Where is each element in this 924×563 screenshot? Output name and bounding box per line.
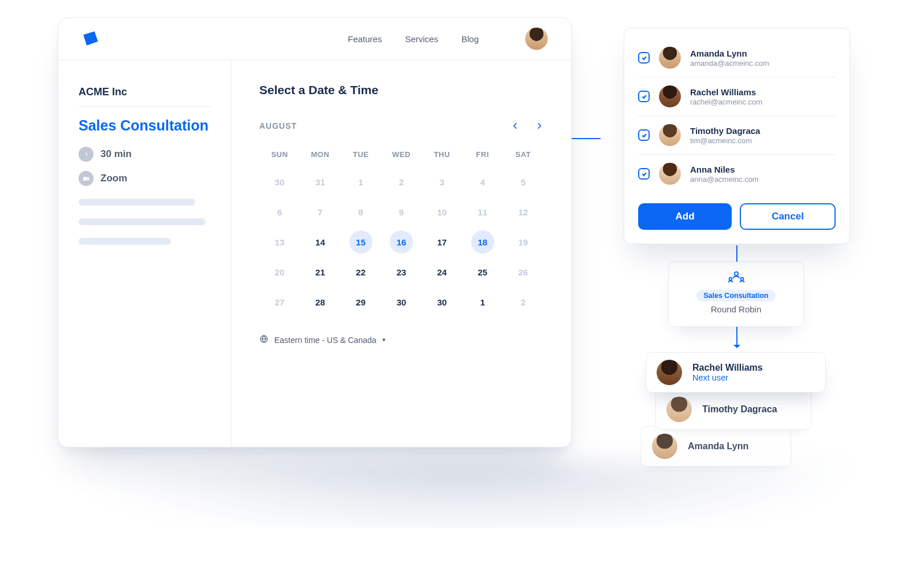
avatar: [666, 397, 692, 422]
location-value: Zoom: [100, 173, 127, 184]
timezone-selector[interactable]: Eastern time - US & Canada▾: [259, 334, 543, 345]
calendar-grid: SUNMONTUEWEDTHUFRISAT 303112345678910111…: [259, 144, 543, 317]
checkbox[interactable]: [638, 52, 650, 64]
skeleton-line: [79, 218, 206, 225]
participant-email: amanda@acmeinc.com: [690, 59, 769, 68]
calendar-day: 31: [300, 167, 340, 197]
avatar: [652, 434, 677, 459]
avatar: [659, 124, 681, 146]
nav-link-features[interactable]: Features: [348, 34, 382, 44]
calendar-day: 9: [381, 197, 422, 227]
cancel-button[interactable]: Cancel: [740, 203, 836, 230]
weekday-label: THU: [422, 144, 462, 167]
calendar-day[interactable]: 22: [341, 257, 381, 287]
timezone-label: Eastern time - US & Canada: [274, 335, 377, 345]
calendar-day[interactable]: 25: [462, 257, 502, 287]
event-title: Sales Consultation: [79, 117, 211, 134]
participant-email: anna@acmeinc.com: [690, 175, 759, 184]
round-robin-icon: [728, 270, 745, 286]
weekday-label: SUN: [259, 144, 300, 167]
svg-point-3: [734, 272, 737, 275]
nav-link-blog[interactable]: Blog: [461, 34, 479, 44]
participant-row: Rachel Williamsrachel@acmeinc.com: [638, 77, 836, 116]
connector-line: [736, 327, 737, 346]
queue-sub: Next user: [692, 373, 763, 382]
avatar: [659, 47, 681, 69]
calendar-day[interactable]: 21: [300, 257, 340, 287]
duration-row: 30 min: [79, 147, 211, 162]
chevron-down-icon: ▾: [382, 336, 386, 344]
calendar-panel: Select a Date & Time AUGUST SUNMONTUEWED…: [232, 60, 571, 447]
svg-point-4: [729, 278, 732, 281]
queue-name: Timothy Dagraca: [702, 404, 777, 415]
queue-card: Amanda Lynn: [641, 426, 791, 467]
participant-name: Rachel Williams: [690, 87, 762, 97]
calendar-day: 19: [503, 227, 543, 257]
next-month-button[interactable]: [535, 120, 543, 132]
calendar-day[interactable]: 15: [341, 227, 381, 257]
calendar-day[interactable]: 28: [300, 287, 340, 317]
calendar-day: 12: [503, 197, 543, 227]
calendar-day: 4: [462, 167, 502, 197]
prev-month-button[interactable]: [511, 120, 519, 132]
participant-name: Timothy Dagraca: [690, 126, 760, 136]
calendar-day: 2: [381, 167, 422, 197]
round-robin-card: Sales Consultation Round Robin: [668, 262, 804, 327]
calendar-day: 6: [259, 197, 300, 227]
weekday-label: WED: [381, 144, 422, 167]
queue-card: Timothy Dagraca: [655, 389, 811, 430]
checkbox[interactable]: [638, 91, 650, 102]
checkbox[interactable]: [638, 168, 650, 180]
calendar-day: 3: [422, 167, 462, 197]
card-header: Features Services Blog: [58, 18, 571, 60]
user-avatar[interactable]: [525, 27, 548, 50]
weekday-label: MON: [300, 144, 340, 167]
calendar-day: 20: [259, 257, 300, 287]
arrow-down-icon: [733, 345, 740, 352]
panel-heading: Select a Date & Time: [259, 83, 543, 97]
skeleton-line: [79, 238, 171, 245]
weekday-label: TUE: [341, 144, 381, 167]
clock-icon: [79, 147, 94, 162]
org-name: ACME Inc: [79, 86, 211, 107]
distribution-label: Round Robin: [711, 304, 762, 314]
calendar-day[interactable]: 18: [462, 227, 502, 257]
calendar-day[interactable]: 24: [422, 257, 462, 287]
calendar-day: 13: [259, 227, 300, 257]
calendar-day: 30: [259, 167, 300, 197]
calendar-day[interactable]: 23: [381, 257, 422, 287]
svg-point-5: [740, 278, 743, 281]
add-button[interactable]: Add: [638, 203, 732, 230]
participant-email: rachel@acmeinc.com: [690, 98, 762, 106]
svg-rect-1: [83, 177, 87, 180]
calendar-day[interactable]: 1: [462, 287, 502, 317]
calendar-day[interactable]: 16: [381, 227, 422, 257]
calendar-day[interactable]: 29: [341, 287, 381, 317]
top-nav: Features Services Blog: [348, 27, 548, 50]
calendar-day[interactable]: 14: [300, 227, 340, 257]
avatar: [657, 360, 682, 385]
calendar-day[interactable]: 30: [422, 287, 462, 317]
participants-panel: Amanda Lynnamanda@acmeinc.comRachel Will…: [624, 28, 850, 244]
checkbox[interactable]: [638, 129, 650, 141]
participant-name: Amanda Lynn: [690, 49, 769, 58]
participant-row: Amanda Lynnamanda@acmeinc.com: [638, 39, 836, 77]
nav-link-services[interactable]: Services: [405, 34, 438, 44]
avatar: [659, 85, 681, 107]
calendar-day[interactable]: 17: [422, 227, 462, 257]
calendar-day: 5: [503, 167, 543, 197]
calendar-day: 11: [462, 197, 502, 227]
participant-name: Anna Niles: [690, 165, 759, 174]
participant-info: Timothy Dagracatim@acmeinc.com: [690, 126, 760, 145]
calendar-day: 1: [341, 167, 381, 197]
weekday-label: SAT: [503, 144, 543, 167]
avatar: [659, 163, 681, 185]
calendar-day[interactable]: 30: [381, 287, 422, 317]
app-logo-icon: [81, 31, 100, 47]
participant-info: Amanda Lynnamanda@acmeinc.com: [690, 49, 769, 68]
participant-info: Anna Nilesanna@acmeinc.com: [690, 165, 759, 184]
scheduling-card: Features Services Blog ACME Inc Sales Co…: [58, 17, 572, 448]
queue-card: Rachel WilliamsNext user: [646, 352, 826, 393]
calendar-day: 7: [300, 197, 340, 227]
duration-value: 30 min: [100, 148, 132, 160]
